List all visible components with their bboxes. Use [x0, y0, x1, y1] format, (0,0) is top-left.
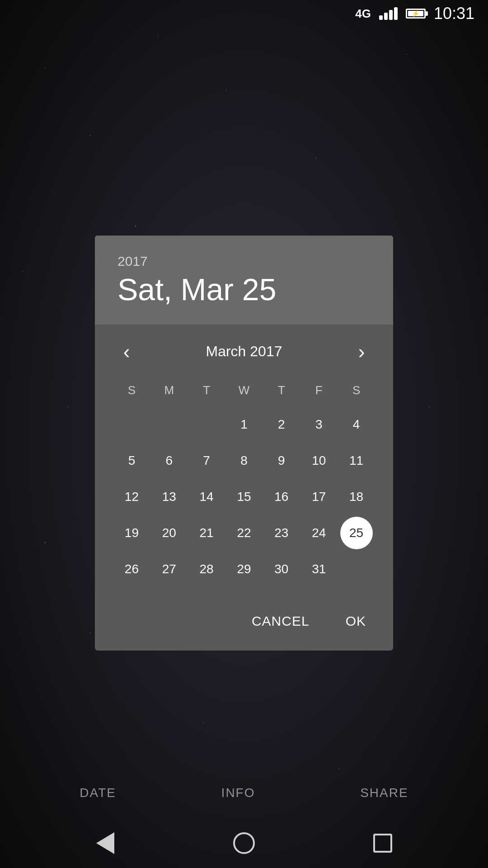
signal-bar-4 [394, 7, 398, 20]
home-button[interactable] [230, 830, 258, 857]
cal-day-8[interactable]: 8 [225, 443, 263, 479]
cal-day-empty [188, 406, 225, 443]
home-icon [233, 832, 255, 854]
cal-day-25[interactable]: 25 [340, 517, 373, 549]
system-nav [0, 818, 488, 868]
cal-day-23[interactable]: 23 [263, 515, 300, 551]
dialog-actions: CANCEL OK [95, 596, 393, 651]
cal-day-24[interactable]: 24 [300, 515, 338, 551]
prev-month-button[interactable]: ‹ [113, 338, 140, 365]
date-picker-dialog: 2017 Sat, Mar 25 ‹ March 2017 › S M T W … [95, 236, 393, 651]
signal-bar-2 [384, 13, 388, 20]
tab-share[interactable]: SHARE [351, 781, 417, 805]
bottom-tabs: DATE INFO SHARE [0, 772, 488, 814]
cal-day-3[interactable]: 3 [300, 406, 338, 443]
signal-strength [379, 7, 398, 20]
month-year-label: March 2017 [206, 343, 282, 360]
calendar-grid: 1 2 3 4 5 6 7 8 9 10 11 12 13 14 15 16 1… [113, 406, 375, 587]
cal-day-1[interactable]: 1 [225, 406, 263, 443]
day-header-thu: T [263, 379, 300, 402]
cal-day-21[interactable]: 21 [188, 515, 225, 551]
signal-bar-1 [379, 15, 383, 20]
dialog-header: 2017 Sat, Mar 25 [95, 236, 393, 325]
day-header-mon: M [150, 379, 188, 402]
cal-day-19[interactable]: 19 [113, 515, 150, 551]
cal-day-empty [150, 406, 188, 443]
cal-day-6[interactable]: 6 [150, 443, 188, 479]
network-indicator: 4G [355, 7, 371, 21]
recents-button[interactable] [369, 830, 396, 857]
cal-day-11[interactable]: 11 [338, 443, 375, 479]
cal-day-30[interactable]: 30 [263, 551, 300, 587]
cal-day-29[interactable]: 29 [225, 551, 263, 587]
back-button[interactable] [92, 830, 119, 857]
cal-day-5[interactable]: 5 [113, 443, 150, 479]
tab-date[interactable]: DATE [70, 781, 125, 805]
ok-button[interactable]: OK [332, 605, 380, 637]
recents-icon [373, 834, 392, 853]
status-time: 10:31 [434, 4, 474, 23]
cal-day-13[interactable]: 13 [150, 479, 188, 515]
cal-day-empty [338, 551, 375, 587]
cal-day-22[interactable]: 22 [225, 515, 263, 551]
back-icon [96, 832, 114, 854]
cal-day-2[interactable]: 2 [263, 406, 300, 443]
cal-day-31[interactable]: 31 [300, 551, 338, 587]
battery-indicator: ⚡ [406, 9, 426, 19]
day-header-sun: S [113, 379, 150, 402]
cal-day-27[interactable]: 27 [150, 551, 188, 587]
cal-day-28[interactable]: 28 [188, 551, 225, 587]
day-header-tue: T [188, 379, 225, 402]
selected-date: Sat, Mar 25 [117, 273, 371, 307]
cal-day-12[interactable]: 12 [113, 479, 150, 515]
selected-year: 2017 [117, 254, 371, 269]
day-header-wed: W [225, 379, 263, 402]
status-bar: 4G ⚡ 10:31 [0, 0, 488, 27]
cal-day-10[interactable]: 10 [300, 443, 338, 479]
tab-info[interactable]: INFO [212, 781, 264, 805]
cal-day-15[interactable]: 15 [225, 479, 263, 515]
day-headers: S M T W T F S [113, 379, 375, 402]
day-header-fri: F [300, 379, 338, 402]
cal-day-17[interactable]: 17 [300, 479, 338, 515]
calendar-body: ‹ March 2017 › S M T W T F S 1 2 [95, 325, 393, 596]
day-header-sat: S [338, 379, 375, 402]
cal-day-7[interactable]: 7 [188, 443, 225, 479]
signal-bar-3 [389, 10, 393, 20]
cal-day-16[interactable]: 16 [263, 479, 300, 515]
cal-day-4[interactable]: 4 [338, 406, 375, 443]
cancel-button[interactable]: CANCEL [238, 605, 323, 637]
month-navigation: ‹ March 2017 › [113, 338, 375, 365]
next-month-button[interactable]: › [348, 338, 375, 365]
dialog-overlay: 2017 Sat, Mar 25 ‹ March 2017 › S M T W … [0, 27, 488, 868]
cal-day-empty [113, 406, 150, 443]
battery-bolt-icon: ⚡ [412, 10, 419, 17]
cal-day-20[interactable]: 20 [150, 515, 188, 551]
cal-day-26[interactable]: 26 [113, 551, 150, 587]
cal-day-18[interactable]: 18 [338, 479, 375, 515]
cal-day-14[interactable]: 14 [188, 479, 225, 515]
cal-day-9[interactable]: 9 [263, 443, 300, 479]
